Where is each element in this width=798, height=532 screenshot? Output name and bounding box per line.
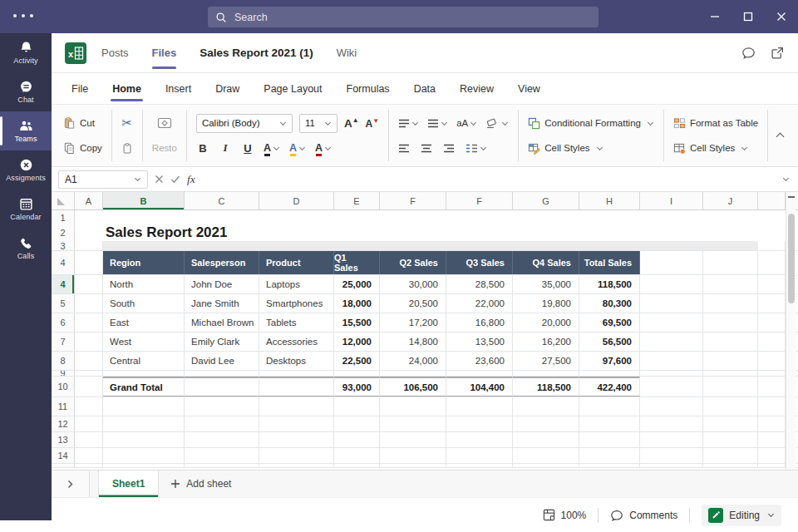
cell[interactable] [703, 416, 758, 431]
cell[interactable] [75, 294, 103, 313]
table-header-cell[interactable]: Q2 Sales [380, 251, 446, 274]
sidebar-item-calendar[interactable]: Calendar [0, 190, 52, 229]
column-header[interactable]: I [640, 192, 703, 209]
table-cell[interactable]: David Lee [185, 352, 259, 370]
table-cell[interactable]: 69,500 [579, 313, 640, 332]
cell[interactable] [185, 397, 259, 416]
cell[interactable] [259, 432, 334, 447]
formula-input[interactable] [202, 170, 774, 189]
table-cell[interactable]: Laptops [259, 275, 334, 293]
menu-page-layout[interactable]: Page Layout [264, 78, 322, 100]
bold-button[interactable]: B [196, 142, 209, 155]
cell[interactable] [380, 397, 446, 416]
cell[interactable] [75, 332, 103, 351]
cell[interactable] [513, 432, 579, 447]
table-cell[interactable]: 15,500 [334, 313, 380, 332]
cell[interactable] [640, 416, 703, 431]
cancel-entry-icon[interactable] [155, 175, 164, 184]
row-header[interactable] [52, 464, 75, 467]
sidebar-item-activity[interactable]: Activity [0, 33, 52, 72]
conditional-formatting-button[interactable]: Conditional Formatting [528, 113, 654, 133]
table-cell[interactable]: Desktops [259, 352, 334, 370]
table-cell[interactable]: 12,000 [334, 332, 380, 351]
cell[interactable] [579, 448, 640, 463]
column-header[interactable]: G [513, 192, 579, 209]
tab-sales-report-2021-1-[interactable]: Sales Report 2021 (1) [200, 43, 313, 62]
change-case-button[interactable]: aA [456, 118, 477, 128]
grand-total-cell[interactable] [185, 377, 259, 397]
font-size-select[interactable]: 11 [299, 114, 337, 133]
cell[interactable] [380, 371, 446, 376]
column-header[interactable]: F [380, 192, 446, 209]
cell[interactable] [513, 448, 579, 463]
cell[interactable] [334, 397, 380, 416]
cell[interactable] [103, 416, 185, 431]
shrink-font-button[interactable]: A▼ [366, 117, 380, 130]
copy-button[interactable]: Copy [63, 138, 102, 158]
table-cell[interactable]: North [103, 275, 185, 293]
collapse-ribbon-button[interactable] [776, 132, 785, 140]
cell[interactable] [513, 371, 579, 376]
cell[interactable] [380, 416, 446, 431]
grand-total-cell[interactable]: 106,500 [380, 377, 446, 397]
cell[interactable] [259, 464, 334, 467]
menu-formulas[interactable]: Formulas [347, 78, 390, 100]
menu-draw[interactable]: Draw [215, 78, 239, 100]
cell[interactable] [513, 464, 579, 467]
column-header[interactable]: C [185, 192, 259, 209]
grand-total-cell[interactable]: 104,400 [446, 377, 513, 397]
number-format-button[interactable] [466, 144, 487, 153]
table-header-cell[interactable]: Product [259, 251, 334, 274]
align-middle-button[interactable] [427, 119, 448, 128]
cell[interactable] [259, 371, 334, 376]
column-header[interactable]: H [579, 192, 640, 209]
table-cell[interactable]: 97,600 [579, 352, 640, 370]
cell[interactable] [103, 432, 185, 447]
table-header-cell[interactable]: Q1 Sales [334, 251, 380, 274]
cell[interactable] [103, 371, 185, 376]
cell[interactable] [259, 416, 334, 431]
cell[interactable] [703, 397, 758, 416]
cell[interactable] [640, 313, 703, 332]
cell[interactable] [758, 464, 786, 467]
tab-wiki[interactable]: Wiki [337, 43, 357, 62]
column-header[interactable]: J [703, 192, 758, 209]
cell[interactable] [75, 241, 103, 250]
sidebar-item-chat[interactable]: Chat [0, 72, 52, 111]
cell[interactable] [75, 464, 103, 467]
cell[interactable] [758, 416, 786, 431]
cell[interactable] [703, 377, 758, 397]
cell[interactable] [758, 294, 786, 313]
cell[interactable] [103, 448, 185, 463]
cell[interactable] [380, 448, 446, 463]
cell[interactable] [758, 371, 786, 376]
table-cell[interactable]: Accessories [259, 332, 334, 351]
sidebar-item-assigments[interactable]: Assigments [0, 150, 52, 190]
cell[interactable] [703, 464, 758, 467]
cell[interactable] [185, 464, 259, 467]
cell[interactable] [446, 432, 513, 447]
cell[interactable] [640, 464, 703, 467]
table-header-cell[interactable]: Q4 Sales [513, 251, 579, 274]
cell[interactable] [259, 397, 334, 416]
table-cell[interactable]: 18,000 [334, 294, 380, 313]
menu-home[interactable]: Home [112, 78, 141, 100]
cell[interactable] [640, 397, 703, 416]
cell[interactable] [446, 371, 513, 376]
cell[interactable] [334, 371, 380, 376]
cell[interactable] [758, 313, 786, 332]
table-header-cell[interactable]: Salesperson [185, 251, 259, 274]
cell[interactable] [334, 448, 380, 463]
table-cell[interactable]: 80,300 [579, 294, 640, 313]
cell[interactable] [758, 377, 786, 397]
table-cell[interactable]: 22,500 [334, 352, 380, 370]
cell[interactable] [579, 371, 640, 376]
cell[interactable] [75, 275, 103, 293]
row-header[interactable]: 2 [52, 224, 75, 241]
comments-button[interactable]: Comments [610, 509, 677, 522]
cell[interactable] [75, 416, 103, 431]
table-cell[interactable]: 118,500 [579, 275, 640, 293]
restore-tool-button[interactable] [157, 113, 172, 133]
tab-files[interactable]: Files [152, 43, 177, 62]
cell[interactable] [579, 416, 640, 431]
